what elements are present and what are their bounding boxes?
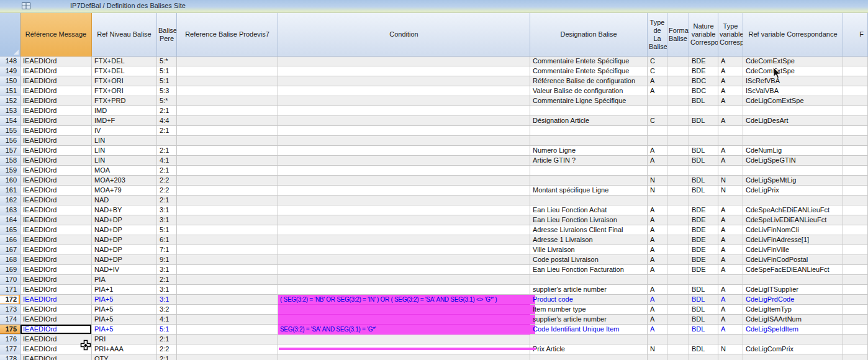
cell-condition[interactable] — [278, 126, 530, 136]
cell-pere[interactable]: 6:1 — [157, 235, 177, 245]
column-header-balise-pere[interactable]: Balise Pere — [157, 13, 177, 56]
cell-designation[interactable]: Numero Ligne — [530, 146, 648, 156]
cell-condition[interactable] — [278, 235, 530, 245]
cell-designation[interactable]: Prix Article — [530, 344, 648, 354]
cell-designation[interactable]: Article GTIN ? — [530, 156, 648, 166]
cell-ref-message[interactable]: IEAEDIOrd — [20, 295, 92, 305]
cell-type-var[interactable]: A — [718, 255, 743, 265]
cell-nature[interactable]: BDC — [689, 86, 718, 96]
cell-ref-message[interactable]: IEAEDIOrd — [20, 116, 92, 126]
cell-designation[interactable]: Référence Balise de configuration — [530, 76, 648, 86]
cell-extra[interactable] — [843, 56, 868, 66]
cell-type[interactable]: N — [648, 344, 667, 354]
cell-extra[interactable] — [843, 166, 868, 176]
cell-nature[interactable] — [689, 136, 718, 146]
cell-format[interactable] — [667, 245, 689, 255]
cell-ref-var[interactable]: CdeLigSpeIdItem — [743, 325, 843, 335]
cell-prodevis[interactable] — [177, 285, 278, 295]
cell-ref-var[interactable]: CdeComExtSpe — [743, 56, 843, 66]
cell-niveau[interactable]: FTX+PRD — [92, 96, 157, 106]
cell-ref-message[interactable]: IEAEDIOrd — [20, 275, 92, 285]
cell-type[interactable] — [648, 275, 667, 285]
cell-format[interactable] — [667, 305, 689, 315]
cell-prodevis[interactable] — [177, 106, 278, 116]
cell-type-var[interactable]: A — [718, 225, 743, 235]
cell-nature[interactable]: BDC — [689, 76, 718, 86]
cell-format[interactable] — [667, 225, 689, 235]
cell-ref-var[interactable] — [743, 126, 843, 136]
cell-niveau[interactable]: NAD+BY — [92, 205, 157, 215]
cell-condition[interactable] — [278, 146, 530, 156]
cell-designation[interactable] — [530, 126, 648, 136]
cell-designation[interactable]: Commentaire Entete Spécifique — [530, 66, 648, 76]
cell-type[interactable]: C — [648, 116, 667, 126]
cell-type[interactable] — [648, 196, 667, 205]
cell-prodevis[interactable] — [177, 315, 278, 325]
cell-type[interactable] — [648, 106, 667, 116]
row-number[interactable]: 165 — [0, 225, 20, 235]
cell-ref-message[interactable]: IEAEDIOrd — [20, 196, 92, 205]
cell-type-var[interactable]: N — [718, 186, 743, 196]
cell-extra[interactable] — [843, 146, 868, 156]
cell-ref-var[interactable]: CdeLigPrdCode — [743, 295, 843, 305]
cell-extra[interactable] — [843, 235, 868, 245]
cell-nature[interactable]: BDL — [689, 315, 718, 325]
cell-ref-var[interactable]: CdeComExtSpe — [743, 66, 843, 76]
cell-niveau[interactable]: NAD — [92, 196, 157, 205]
cell-type-var[interactable] — [718, 106, 743, 116]
cell-pere[interactable]: 7:1 — [157, 245, 177, 255]
cell-type-var[interactable]: A — [718, 86, 743, 96]
cell-format[interactable] — [667, 106, 689, 116]
cell-ref-message[interactable]: IEAEDIOrd — [20, 56, 92, 66]
cell-type-var[interactable] — [718, 166, 743, 176]
cell-type[interactable] — [648, 354, 667, 360]
row-number[interactable]: 157 — [0, 146, 20, 156]
cell-ref-message[interactable]: IEAEDIOrd — [20, 96, 92, 106]
cell-type-var[interactable] — [718, 126, 743, 136]
cell-condition[interactable] — [278, 196, 530, 205]
cell-pere[interactable]: 2:1 — [157, 354, 177, 360]
cell-ref-message[interactable]: IEAEDIOrd — [20, 106, 92, 116]
cell-pere[interactable]: 2:1 — [157, 275, 177, 285]
cell-format[interactable] — [667, 136, 689, 146]
cell-format[interactable] — [667, 295, 689, 305]
cell-format[interactable] — [667, 156, 689, 166]
cell-niveau[interactable]: NAD+DP — [92, 245, 157, 255]
cell-format[interactable] — [667, 196, 689, 205]
cell-pere[interactable]: 5:* — [157, 96, 177, 106]
row-number[interactable]: 149 — [0, 66, 20, 76]
column-header-ref-niveau-balise[interactable]: Ref Niveau Balise — [92, 13, 157, 56]
cell-type[interactable]: A — [648, 146, 667, 156]
cell-prodevis[interactable] — [177, 305, 278, 315]
cell-designation[interactable] — [530, 275, 648, 285]
column-header-designation-balise[interactable]: Designation Balise — [530, 13, 648, 56]
cell-prodevis[interactable] — [177, 156, 278, 166]
column-header-ref-variable-correspondance[interactable]: Ref variable Correspondance — [743, 13, 843, 56]
cell-designation[interactable]: Code Identifiant Unique Item — [530, 325, 648, 335]
cell-designation[interactable]: Item number type — [530, 305, 648, 315]
cell-nature[interactable]: BDE — [689, 265, 718, 275]
cell-pere[interactable]: 2:1 — [157, 335, 177, 344]
column-header-cutoff[interactable]: F — [843, 13, 868, 56]
cell-type[interactable] — [648, 166, 667, 176]
cell-niveau[interactable]: FTX+DEL — [92, 56, 157, 66]
cell-niveau[interactable]: QTY — [92, 354, 157, 360]
cell-nature[interactable]: BDE — [689, 225, 718, 235]
cell-extra[interactable] — [843, 205, 868, 215]
cell-type[interactable]: A — [648, 156, 667, 166]
cell-designation[interactable]: supplier's article number — [530, 315, 648, 325]
row-number[interactable]: 177 — [0, 344, 20, 354]
cell-prodevis[interactable] — [177, 235, 278, 245]
cell-nature[interactable]: BDL — [689, 305, 718, 315]
cell-extra[interactable] — [843, 196, 868, 205]
cell-type[interactable]: A — [648, 255, 667, 265]
cell-niveau[interactable]: LIN — [92, 146, 157, 156]
cell-condition[interactable] — [278, 285, 530, 295]
cell-condition[interactable] — [278, 265, 530, 275]
cell-pere[interactable]: 2:2 — [157, 176, 177, 186]
cell-condition[interactable] — [278, 166, 530, 176]
cell-extra[interactable] — [843, 335, 868, 344]
cell-ref-message[interactable]: IEAEDIOrd — [20, 354, 92, 360]
cell-condition[interactable] — [278, 76, 530, 86]
cell-type[interactable] — [648, 96, 667, 106]
